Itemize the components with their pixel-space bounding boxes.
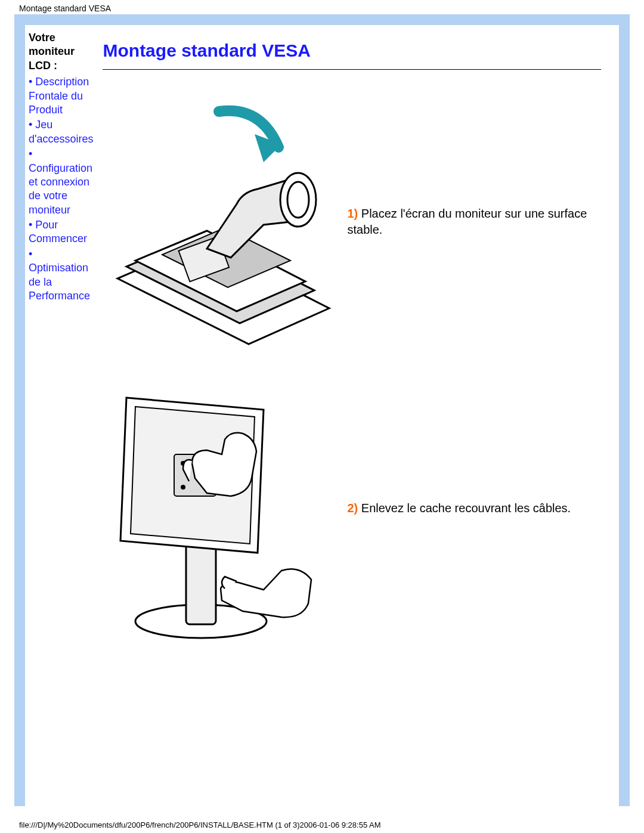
sidebar-heading: Votre moniteur LCD : [29, 31, 93, 73]
horizontal-rule [103, 69, 601, 70]
sidebar-item-optimisation[interactable]: • Optimisation de la Performance [29, 247, 93, 304]
sidebar-link-optimisation[interactable]: Optimisation de la Performance [29, 262, 90, 302]
monitor-remove-cover-illustration-icon [103, 374, 335, 642]
sidebar-item-configuration[interactable]: • Configuration et connexion de votre mo… [29, 147, 93, 217]
sidebar: Votre moniteur LCD : • Description Front… [25, 25, 97, 806]
svg-point-6 [287, 182, 309, 218]
content-frame: Votre moniteur LCD : • Description Front… [14, 14, 630, 806]
sidebar-heading-line3: LCD : [29, 60, 57, 72]
step-2-text: 2) Enlevez le cache recouvrant les câble… [335, 500, 601, 516]
bullet-dot-icon: • [29, 119, 32, 131]
footer-path: file:///D|/My%20Documents/dfu/200P6/fren… [19, 820, 381, 829]
step-row-1: 1) Placez l'écran du moniteur sur une su… [103, 88, 601, 356]
step-2-number: 2) [347, 501, 358, 515]
sidebar-heading-line2: moniteur [29, 45, 75, 57]
step-2-illustration [103, 374, 335, 642]
step-1-number: 1) [347, 207, 358, 220]
sidebar-heading-line1: Votre [29, 32, 55, 44]
content-inner: Votre moniteur LCD : • Description Front… [25, 25, 619, 806]
bullet-dot-icon: • [29, 248, 32, 260]
svg-point-15 [181, 485, 185, 490]
monitor-facedown-illustration-icon [103, 88, 335, 356]
bullet-dot-icon: • [29, 148, 32, 160]
main-content: Montage standard VESA [97, 25, 619, 806]
sidebar-link-commencer[interactable]: Pour Commencer [29, 219, 87, 244]
svg-rect-9 [186, 541, 216, 624]
step-1-body: Placez l'écran du moniteur sur une surfa… [347, 207, 587, 236]
step-1-text: 1) Placez l'écran du moniteur sur une su… [335, 206, 601, 238]
step-1-illustration [103, 88, 335, 356]
sidebar-link-description[interactable]: Description Frontale du Produit [29, 76, 89, 116]
step-2-body: Enlevez le cache recouvrant les câbles. [358, 501, 571, 515]
bullet-dot-icon: • [29, 219, 32, 231]
sidebar-link-configuration[interactable]: Configuration et connexion de votre moni… [29, 162, 92, 216]
browser-tab-title: Montage standard VESA [19, 4, 111, 13]
sidebar-item-accessoires[interactable]: • Jeu d'accessoires [29, 118, 93, 146]
sidebar-item-commencer[interactable]: • Pour Commencer [29, 218, 93, 246]
step-row-2: 2) Enlevez le cache recouvrant les câble… [103, 374, 601, 642]
bullet-dot-icon: • [29, 76, 32, 88]
page-title: Montage standard VESA [103, 41, 601, 61]
sidebar-link-accessoires[interactable]: Jeu d'accessoires [29, 119, 93, 144]
page: Montage standard VESA Votre moniteur LCD… [0, 0, 644, 833]
sidebar-item-description[interactable]: • Description Frontale du Produit [29, 75, 93, 117]
